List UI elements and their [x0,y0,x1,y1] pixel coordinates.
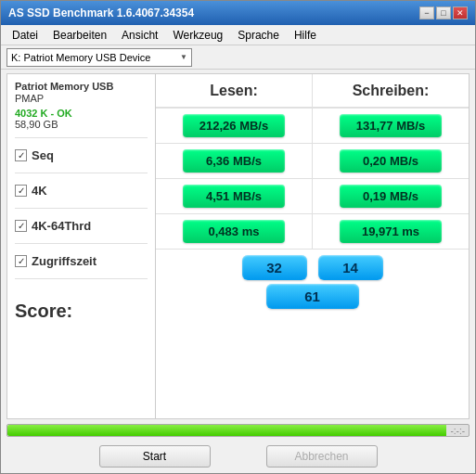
window-title: AS SSD Benchmark 1.6.4067.34354 [8,6,194,19]
seq-write-cell: 131,77 MB/s [313,109,469,143]
4k-write-value: 0,20 MB/s [340,149,442,173]
progress-area: -:-:- [1,421,475,440]
checkbox-seq[interactable]: ✓ [15,149,27,161]
score-label: Score: [15,301,72,322]
seq-read-cell: 212,26 MB/s [156,109,313,143]
score-row: 32 14 61 [156,249,469,314]
drive-bar: K: Patriot Memory USB Device ▼ [1,45,475,70]
menu-werkzeug[interactable]: Werkzeug [165,27,230,44]
score-top: 32 14 [242,255,383,280]
menu-bearbeiten[interactable]: Bearbeiten [45,27,114,44]
minimize-button[interactable]: − [419,6,434,19]
4k64-write-value: 0,19 MB/s [340,185,442,208]
seq-read-value: 212,26 MB/s [183,114,285,137]
button-bar: Start Abbrechen [1,440,475,473]
4k64-read-value: 4,51 MB/s [183,185,285,208]
access-read-cell: 0,483 ms [156,214,313,249]
window-controls: − □ ✕ [419,6,468,19]
score-write-value: 14 [318,255,383,280]
device-sub: PMAP [15,93,148,104]
score-left: Score: [15,278,148,343]
score-total-value: 61 [266,284,359,309]
4k-read-value: 6,36 MB/s [183,149,285,173]
checkbox-4k64[interactable]: ✓ [15,220,27,232]
close-button[interactable]: ✕ [453,6,468,19]
seq-write-value: 131,77 MB/s [340,114,442,137]
label-4k64: 4K-64Thrd [32,219,91,233]
start-button[interactable]: Start [99,445,211,468]
label-4k: 4K [32,184,47,198]
access-write-value: 19,971 ms [340,220,442,243]
4k64-write-cell: 0,19 MB/s [313,179,469,213]
row-labels: ✓ Seq ✓ 4K ✓ 4K-64Thrd ✓ Zugriffszeit [15,137,148,278]
data-row-access: 0,483 ms 19,971 ms [156,213,469,249]
row-label-access: ✓ Zugriffszeit [15,243,148,278]
progress-row: -:-:- [6,424,470,437]
data-row-4k: 6,36 MB/s 0,20 MB/s [156,143,469,178]
device-status: 4032 K - OK [15,108,148,119]
menu-hilfe[interactable]: Hilfe [287,27,324,44]
menu-bar: Datei Bearbeiten Ansicht Werkzeug Sprach… [1,25,475,45]
4k64-read-cell: 4,51 MB/s [156,179,313,213]
dropdown-arrow-icon: ▼ [180,53,187,61]
drive-selector[interactable]: K: Patriot Memory USB Device ▼ [6,48,192,67]
app-window: AS SSD Benchmark 1.6.4067.34354 − □ ✕ Da… [0,0,476,474]
drive-value: K: Patriot Memory USB Device [11,52,150,63]
cancel-button[interactable]: Abbrechen [266,445,378,468]
title-bar: AS SSD Benchmark 1.6.4067.34354 − □ ✕ [1,1,475,25]
menu-ansicht[interactable]: Ansicht [114,27,165,44]
4k-read-cell: 6,36 MB/s [156,144,313,178]
data-row-seq: 212,26 MB/s 131,77 MB/s [156,108,469,143]
row-label-4k64: ✓ 4K-64Thrd [15,208,148,243]
data-area: Lesen: Schreiben: 212,26 MB/s 131,77 MB/… [156,74,469,418]
access-read-value: 0,483 ms [183,220,285,243]
4k-write-cell: 0,20 MB/s [313,144,469,178]
row-label-seq: ✓ Seq [15,137,148,173]
write-header: Schreiben: [313,74,469,107]
device-name: Patriot Memory USB [15,80,148,93]
header-row: Lesen: Schreiben: [156,74,469,108]
access-write-cell: 19,971 ms [313,214,469,249]
left-panel: Patriot Memory USB PMAP 4032 K - OK 58,9… [7,74,156,418]
score-read-value: 32 [242,255,307,280]
label-seq: Seq [32,148,54,162]
row-label-4k: ✓ 4K [15,173,148,208]
menu-sprache[interactable]: Sprache [230,27,287,44]
label-access: Zugriffszeit [32,254,96,268]
device-size: 58,90 GB [15,119,148,130]
benchmark-area: Patriot Memory USB PMAP 4032 K - OK 58,9… [6,73,470,419]
progress-bar-outer: -:-:- [6,424,470,437]
main-content: Patriot Memory USB PMAP 4032 K - OK 58,9… [1,70,475,473]
progress-bar-fill [7,425,446,436]
checkbox-4k[interactable]: ✓ [15,185,27,197]
read-header: Lesen: [156,74,313,107]
maximize-button[interactable]: □ [436,6,451,19]
checkbox-access[interactable]: ✓ [15,255,27,267]
menu-datei[interactable]: Datei [5,27,45,44]
progress-indicator: -:-:- [450,426,465,436]
data-row-4k64: 4,51 MB/s 0,19 MB/s [156,178,469,213]
